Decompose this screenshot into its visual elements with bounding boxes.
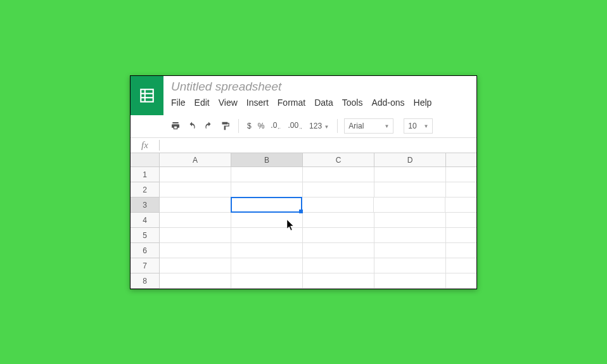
menu-bar: File Edit View Insert Format Data Tools … [171, 97, 476, 108]
cell-B5[interactable] [231, 228, 303, 243]
font-size: 10 [408, 122, 416, 130]
row-header-3[interactable]: 3 [131, 198, 160, 213]
print-button[interactable] [169, 119, 182, 133]
spreadsheet-window: Untitled spreadsheet File Edit View Inse… [130, 75, 477, 289]
row-header-1[interactable]: 1 [131, 167, 160, 182]
header: Untitled spreadsheet File Edit View Inse… [131, 76, 476, 115]
cell-overflow [446, 258, 476, 273]
row: 8 [131, 273, 476, 289]
cell-C7[interactable] [303, 258, 374, 273]
cell-D6[interactable] [374, 243, 446, 258]
undo-icon [187, 122, 197, 130]
cell-overflow [446, 273, 476, 289]
row: 7 [131, 258, 476, 273]
document-title[interactable]: Untitled spreadsheet [171, 80, 476, 94]
menu-format[interactable]: Format [278, 97, 305, 108]
row: 4 [131, 213, 476, 228]
cell-overflow [446, 243, 476, 258]
row: 2 [131, 182, 476, 198]
cell-C3[interactable] [302, 198, 374, 213]
cell-overflow [446, 228, 476, 243]
print-icon [170, 121, 181, 131]
cell-A1[interactable] [160, 167, 231, 182]
sheets-icon [139, 87, 155, 104]
formula-input[interactable] [160, 138, 476, 153]
cell-C2[interactable] [303, 182, 374, 198]
font-name: Arial [348, 122, 364, 130]
chevron-down-icon: ▼ [423, 123, 428, 129]
cell-A6[interactable] [160, 243, 231, 258]
col-header-D[interactable]: D [374, 153, 446, 166]
cell-D7[interactable] [374, 258, 446, 273]
cell-D2[interactable] [374, 182, 446, 198]
cell-A8[interactable] [160, 273, 231, 289]
select-all-corner[interactable] [131, 153, 160, 166]
cell-D5[interactable] [374, 228, 446, 243]
menu-insert[interactable]: Insert [246, 97, 269, 108]
row-header-6[interactable]: 6 [131, 243, 160, 258]
col-header-overflow [446, 153, 476, 166]
cell-C4[interactable] [303, 213, 374, 228]
cell-overflow [446, 213, 476, 228]
row: 1 [131, 167, 476, 182]
cell-C5[interactable] [303, 228, 374, 243]
row-header-5[interactable]: 5 [131, 228, 160, 243]
column-headers: A B C D [131, 153, 476, 167]
menu-file[interactable]: File [171, 97, 186, 108]
cell-B2[interactable] [231, 182, 303, 198]
paint-format-button[interactable] [218, 119, 232, 133]
menu-edit[interactable]: Edit [195, 97, 210, 108]
cell-A3[interactable] [160, 198, 231, 213]
menu-data[interactable]: Data [314, 97, 333, 108]
decrease-decimal-button[interactable]: .0← [269, 121, 283, 130]
percent-format-button[interactable]: % [256, 122, 267, 130]
menu-addons[interactable]: Add-ons [371, 97, 404, 108]
row-header-4[interactable]: 4 [131, 213, 160, 228]
cell-B3[interactable] [231, 197, 302, 213]
cell-D1[interactable] [374, 167, 446, 182]
cell-C6[interactable] [303, 243, 374, 258]
row: 6 [131, 243, 476, 258]
cell-D8[interactable] [374, 273, 446, 289]
fill-handle[interactable] [299, 210, 303, 213]
cell-D4[interactable] [374, 213, 446, 228]
row-header-7[interactable]: 7 [131, 258, 160, 273]
cell-B8[interactable] [231, 273, 303, 289]
undo-button[interactable] [185, 119, 199, 133]
increase-decimal-button[interactable]: .00→ [286, 121, 305, 130]
paint-format-icon [220, 121, 230, 131]
row: 5 [131, 228, 476, 243]
toolbar-separator [337, 119, 338, 133]
font-size-select[interactable]: 10 ▼ [404, 118, 433, 134]
row-header-2[interactable]: 2 [131, 182, 160, 198]
cell-C1[interactable] [303, 167, 374, 182]
cell-A2[interactable] [160, 182, 231, 198]
currency-format-button[interactable]: $ [245, 122, 253, 130]
toolbar: $ % .0← .00→ 123 ▼ Arial ▼ 10 ▼ [131, 115, 476, 138]
font-select[interactable]: Arial ▼ [344, 118, 393, 134]
menu-tools[interactable]: Tools [342, 97, 363, 108]
menu-view[interactable]: View [219, 97, 238, 108]
cell-overflow [445, 198, 476, 213]
cell-A4[interactable] [160, 213, 231, 228]
cell-B4[interactable] [231, 213, 303, 228]
col-header-A[interactable]: A [160, 153, 231, 166]
formula-bar: fx [131, 138, 476, 153]
redo-button[interactable] [201, 119, 215, 133]
col-header-C[interactable]: C [303, 153, 374, 166]
cell-B7[interactable] [231, 258, 303, 273]
number-format-button[interactable]: 123 ▼ [307, 122, 331, 130]
menu-help[interactable]: Help [414, 97, 432, 108]
redo-icon [203, 122, 214, 130]
cell-D3[interactable] [374, 198, 445, 213]
cell-B1[interactable] [231, 167, 303, 182]
col-header-B[interactable]: B [231, 153, 303, 166]
toolbar-separator [238, 119, 239, 133]
row-header-8[interactable]: 8 [131, 273, 160, 289]
cell-C8[interactable] [303, 273, 374, 289]
cell-B6[interactable] [231, 243, 303, 258]
sheets-app-icon[interactable] [131, 76, 163, 115]
cell-A7[interactable] [160, 258, 231, 273]
grid: A B C D 12345678 [131, 153, 476, 289]
cell-A5[interactable] [160, 228, 231, 243]
